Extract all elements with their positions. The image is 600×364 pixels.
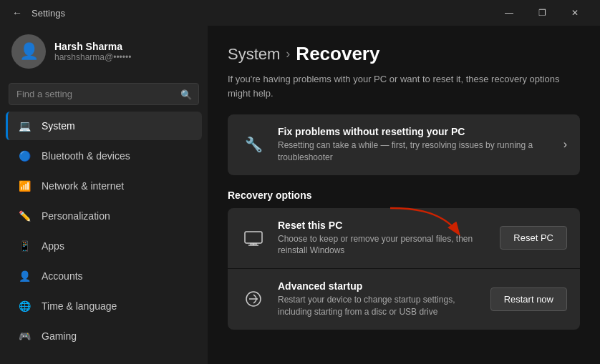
sidebar-item-label: Personalization — [42, 210, 110, 222]
time-icon: 🌐 — [17, 299, 32, 313]
fix-desc: Resetting can take a while — first, try … — [278, 139, 563, 164]
personalization-icon: ✏️ — [17, 209, 32, 223]
search-box: 🔍 — [9, 83, 199, 105]
close-button[interactable]: ✕ — [558, 0, 591, 26]
user-email: harshsharma@•••••• — [54, 52, 131, 62]
accounts-icon: 👤 — [17, 269, 32, 283]
system-icon: 💻 — [17, 119, 32, 133]
search-icon: 🔍 — [180, 89, 192, 99]
fix-problems-card[interactable]: 🔧 Fix problems without resetting your PC… — [228, 114, 580, 175]
user-section: 👤 Harsh Sharma harshsharma@•••••• — [0, 26, 208, 77]
sidebar-item-personalization[interactable]: ✏️ Personalization — [6, 202, 202, 230]
advanced-startup-desc: Restart your device to change startup se… — [278, 294, 479, 318]
user-name: Harsh Sharma — [54, 41, 131, 52]
advanced-startup-icon — [241, 286, 266, 312]
app-title: Settings — [32, 8, 493, 19]
fix-text: Fix problems without resetting your PC R… — [278, 126, 563, 164]
recovery-options-group: Reset this PC Choose to keep or remove y… — [228, 208, 580, 330]
svg-rect-1 — [245, 232, 262, 243]
reset-pc-card: Reset this PC Choose to keep or remove y… — [228, 208, 580, 269]
sidebar-item-apps[interactable]: 📱 Apps — [6, 232, 202, 260]
sidebar-item-bluetooth[interactable]: 🔵 Bluetooth & devices — [6, 142, 202, 170]
reset-pc-icon — [241, 225, 266, 251]
sidebar: 👤 Harsh Sharma harshsharma@•••••• 🔍 💻 Sy… — [0, 26, 208, 364]
gaming-icon: 🎮 — [17, 329, 32, 343]
minimize-button[interactable]: — — [493, 0, 526, 26]
sidebar-item-label: Gaming — [42, 330, 77, 342]
reset-pc-desc: Choose to keep or remove your personal f… — [278, 233, 488, 257]
bluetooth-icon: 🔵 — [17, 149, 32, 163]
sidebar-item-label: Accounts — [42, 270, 83, 282]
sidebar-item-label: Apps — [42, 240, 64, 252]
sidebar-item-network[interactable]: 📶 Network & internet — [6, 172, 202, 200]
apps-icon: 📱 — [17, 239, 32, 253]
sidebar-item-label: System — [42, 120, 75, 132]
main-layout: 👤 Harsh Sharma harshsharma@•••••• 🔍 💻 Sy… — [0, 26, 600, 364]
fix-title: Fix problems without resetting your PC — [278, 126, 563, 137]
user-info: Harsh Sharma harshsharma@•••••• — [54, 41, 131, 62]
sidebar-item-label: Bluetooth & devices — [42, 150, 130, 162]
advanced-startup-title: Advanced startup — [278, 280, 479, 292]
titlebar: ← Settings — ❐ ✕ — [0, 0, 600, 26]
sidebar-item-gaming[interactable]: 🎮 Gaming — [6, 322, 202, 350]
back-button[interactable]: ← — [9, 4, 26, 21]
sidebar-item-label: Time & language — [42, 300, 117, 312]
restart-now-button[interactable]: Restart now — [490, 287, 567, 311]
content-area: System › Recovery If you're having probl… — [208, 26, 600, 364]
fix-icon: 🔧 — [241, 132, 266, 157]
sidebar-item-label: Network & internet — [42, 180, 124, 192]
page-title: Recovery — [296, 43, 379, 65]
sidebar-item-system[interactable]: 💻 System — [6, 112, 202, 140]
window-controls: — ❐ ✕ — [493, 0, 591, 26]
reset-pc-text: Reset this PC Choose to keep or remove y… — [278, 220, 488, 257]
breadcrumb-arrow: › — [286, 46, 290, 62]
breadcrumb-system: System — [228, 45, 280, 64]
reset-pc-button[interactable]: Reset PC — [500, 226, 567, 250]
recovery-section-title: Recovery options — [228, 190, 580, 201]
sidebar-item-accounts[interactable]: 👤 Accounts — [6, 262, 202, 290]
page-subtitle: If you're having problems with your PC o… — [228, 72, 580, 100]
sidebar-item-time[interactable]: 🌐 Time & language — [6, 292, 202, 320]
network-icon: 📶 — [17, 179, 32, 193]
search-input[interactable] — [9, 83, 199, 105]
advanced-startup-text: Advanced startup Restart your device to … — [278, 280, 479, 318]
advanced-startup-card: Advanced startup Restart your device to … — [228, 269, 580, 330]
reset-pc-title: Reset this PC — [278, 220, 488, 231]
fix-chevron-icon: › — [563, 138, 567, 151]
avatar: 👤 — [11, 34, 46, 69]
breadcrumb: System › Recovery — [228, 43, 580, 65]
restore-button[interactable]: ❐ — [526, 0, 558, 26]
